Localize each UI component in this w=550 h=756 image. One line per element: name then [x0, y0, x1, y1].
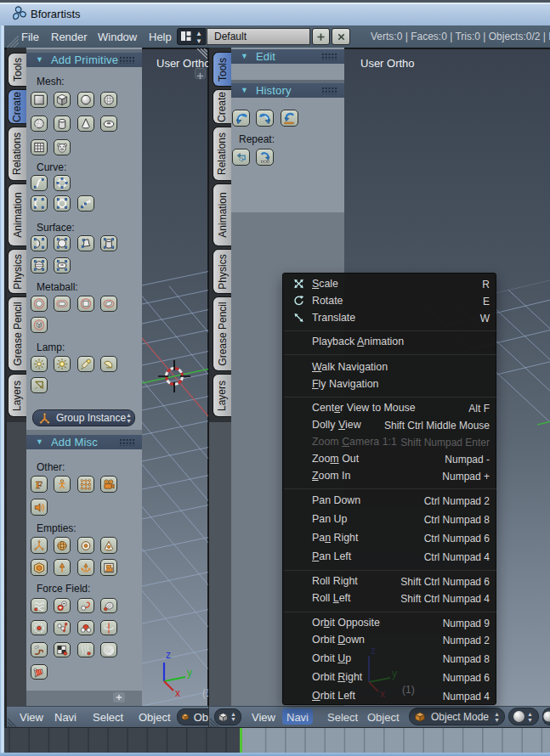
- svg-text:F: F: [36, 478, 43, 491]
